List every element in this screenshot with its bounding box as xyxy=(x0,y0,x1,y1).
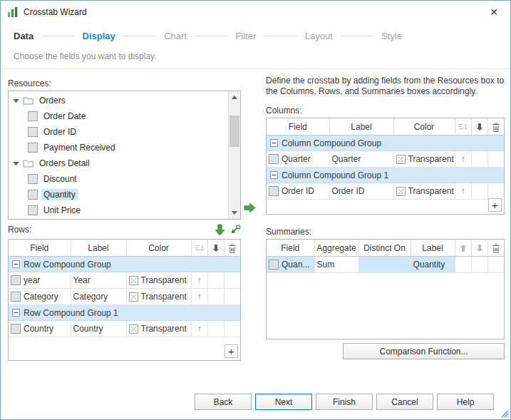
columns-table: Field Label Color Column Compound Group … xyxy=(266,118,505,215)
move-up-icon[interactable] xyxy=(455,240,471,257)
label-cell[interactable]: Quantity xyxy=(411,257,455,273)
label-cell[interactable]: Order ID xyxy=(329,183,393,200)
aggregate-cell[interactable]: Sum xyxy=(314,257,358,273)
distinct-on-cell[interactable] xyxy=(358,257,411,273)
step-separator xyxy=(341,36,373,36)
step-separator xyxy=(123,36,156,36)
tree-item-orders[interactable]: Orders xyxy=(9,93,229,108)
collapse-icon[interactable] xyxy=(270,171,278,179)
resources-label: Resources: xyxy=(8,78,51,88)
rows-field-row-category: Category Category Transparent ↑ xyxy=(9,289,240,305)
add-field-button[interactable]: + xyxy=(488,198,502,212)
summaries-header-field: Field xyxy=(267,240,314,257)
empty-cell xyxy=(487,183,504,200)
tree-item-label: Discount xyxy=(41,173,79,185)
step-display[interactable]: Display xyxy=(83,31,115,41)
add-field-button[interactable]: + xyxy=(224,344,238,358)
step-separator xyxy=(41,36,74,36)
color-cell[interactable]: Transparent xyxy=(393,151,455,168)
rows-field-row-country: Country Country Transparent ↑ xyxy=(9,321,240,337)
scrollbar-thumb[interactable] xyxy=(229,116,239,147)
move-up-button[interactable]: ↑ xyxy=(455,151,471,168)
comparison-function-button[interactable]: Comparison Function... xyxy=(343,343,505,359)
field-cell[interactable]: Category xyxy=(9,289,71,305)
sort-icon[interactable] xyxy=(455,118,471,135)
tree-item-label: Order ID xyxy=(41,126,78,138)
field-cell[interactable]: Order ID xyxy=(267,183,329,200)
field-icon xyxy=(28,111,38,121)
tree-item-orders-detail[interactable]: Orders Detail xyxy=(9,155,229,171)
field-icon xyxy=(11,275,21,285)
close-icon[interactable]: ✕ xyxy=(485,6,503,18)
rows-table: Field Label Color Row Compound Group yea… xyxy=(8,239,241,361)
columns-group-row[interactable]: Column Compound Group 1 xyxy=(267,168,504,183)
color-cell[interactable]: Transparent xyxy=(126,321,191,337)
pivot-button[interactable] xyxy=(229,224,241,235)
finish-button[interactable]: Finish xyxy=(316,394,373,410)
collapse-icon[interactable] xyxy=(12,309,20,317)
move-down-icon[interactable] xyxy=(207,240,224,257)
tree-item-unit-price[interactable]: Unit Price xyxy=(9,203,229,218)
tree-item-label: Orders xyxy=(37,95,68,106)
expand-icon[interactable] xyxy=(13,98,19,104)
columns-header-label: Label xyxy=(329,118,393,135)
empty-cell xyxy=(487,257,504,273)
step-filter[interactable]: Filter xyxy=(235,31,256,41)
tree-item-order-id[interactable]: Order ID xyxy=(9,124,229,140)
tree-item-discount[interactable]: Discount xyxy=(9,171,229,187)
rows-group-row[interactable]: Row Compound Group xyxy=(9,257,240,272)
empty-cell xyxy=(207,272,224,289)
expand-icon[interactable] xyxy=(13,160,19,167)
move-up-button[interactable]: ↑ xyxy=(191,321,207,337)
field-cell[interactable]: Quan... xyxy=(267,257,314,273)
move-up-button[interactable]: ↑ xyxy=(455,183,471,200)
empty-cell xyxy=(471,257,487,273)
empty-cell xyxy=(224,272,240,289)
columns-field-row-order-id: Order ID Order ID Transparent ↑ xyxy=(267,183,504,200)
field-cell[interactable]: Country xyxy=(9,321,71,337)
field-cell[interactable]: year xyxy=(9,272,71,289)
resize-grip[interactable] xyxy=(500,409,509,418)
color-cell[interactable]: Transparent xyxy=(126,272,191,289)
step-layout[interactable]: Layout xyxy=(305,31,333,41)
next-button[interactable]: Next xyxy=(255,394,312,410)
cancel-button[interactable]: Cancel xyxy=(376,394,433,410)
add-to-crosstab-button[interactable] xyxy=(244,203,256,213)
tree-item-quantity[interactable]: Quantity xyxy=(9,187,229,203)
color-cell[interactable]: Transparent xyxy=(393,183,455,200)
color-cell[interactable]: Transparent xyxy=(126,289,191,305)
delete-icon[interactable] xyxy=(487,240,504,257)
help-button[interactable]: Help xyxy=(437,394,494,410)
label-cell[interactable]: Year xyxy=(71,272,126,289)
columns-group-row[interactable]: Column Compound Group xyxy=(267,135,504,151)
collapse-icon[interactable] xyxy=(12,260,20,268)
rows-group-row[interactable]: Row Compound Group 1 xyxy=(9,305,240,321)
delete-icon[interactable] xyxy=(224,240,240,257)
summaries-header-label: Label xyxy=(411,240,455,257)
tree-item-order-date[interactable]: Order Date xyxy=(9,108,229,124)
scrollbar[interactable] xyxy=(228,91,240,219)
move-down-icon[interactable] xyxy=(471,118,487,135)
delete-icon[interactable] xyxy=(487,118,504,135)
label-cell[interactable]: Country xyxy=(71,321,126,337)
tree-item-label: Payment Received xyxy=(41,142,118,153)
back-button[interactable]: Back xyxy=(195,394,252,410)
scroll-up-icon[interactable] xyxy=(229,92,240,103)
tree-item-payment-received[interactable]: Payment Received xyxy=(9,140,229,155)
step-chart[interactable]: Chart xyxy=(164,31,187,41)
step-data[interactable]: Data xyxy=(14,31,33,41)
summaries-header-distinct-on: Distinct On xyxy=(358,240,411,257)
sort-icon[interactable] xyxy=(191,240,207,257)
add-to-rows-button[interactable] xyxy=(215,224,225,236)
label-cell[interactable]: Category xyxy=(71,289,126,305)
step-style[interactable]: Style xyxy=(381,31,402,41)
label-cell[interactable]: Quarter xyxy=(329,151,393,168)
move-up-button[interactable]: ↑ xyxy=(191,289,207,305)
field-cell[interactable]: Quarter xyxy=(267,151,329,168)
move-down-icon[interactable] xyxy=(471,240,487,257)
titlebar: Crosstab Wizard ✕ xyxy=(1,1,510,24)
scroll-down-icon[interactable] xyxy=(229,208,240,218)
field-icon xyxy=(28,174,38,184)
move-up-button[interactable]: ↑ xyxy=(191,272,207,289)
collapse-icon[interactable] xyxy=(270,139,278,147)
